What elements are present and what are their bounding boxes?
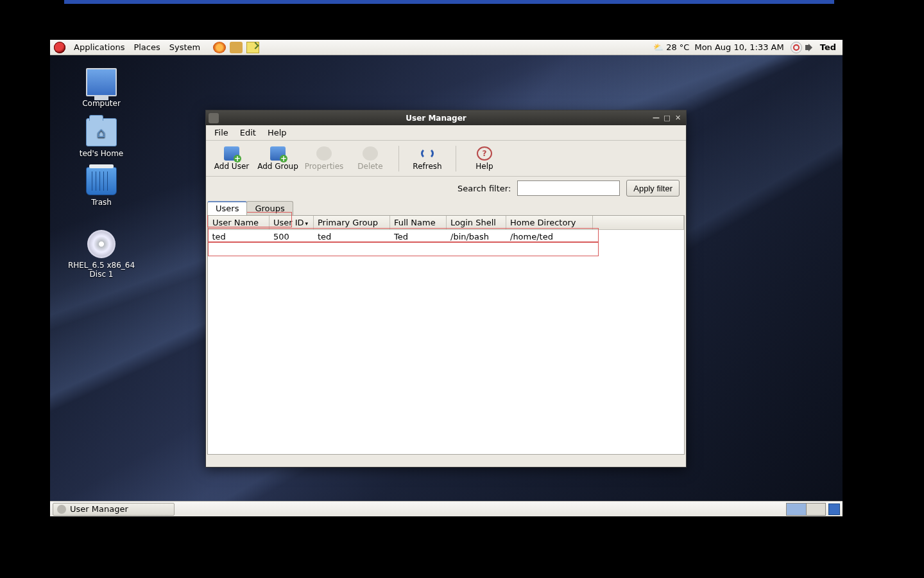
toolbar-label: Properties — [305, 162, 344, 171]
toolbar-separator — [456, 146, 456, 171]
table-header-row: User Name User ID▾ Primary Group Full Na… — [209, 216, 684, 230]
tabs: Users Groups — [206, 201, 686, 215]
top-panel: Applications Places System ⛅ 28 °C Mon A… — [50, 40, 843, 55]
desktop-icon-disc[interactable]: RHEL_6.5 x86_64 Disc 1 — [63, 230, 140, 279]
desktop-icon-label: ted's Home — [63, 149, 140, 158]
cell-home-directory: /home/ted — [506, 230, 593, 244]
menu-file[interactable]: File — [209, 127, 234, 139]
task-label: User Manager — [70, 504, 128, 514]
weather-icon: ⛅ — [653, 42, 663, 52]
desktop-icon-label: Computer — [63, 99, 140, 108]
desktop-icon-trash[interactable]: Trash — [63, 167, 140, 207]
workspace-2[interactable] — [806, 504, 825, 515]
titlebar[interactable]: User Manager — □ ✕ — [206, 110, 686, 125]
toolbar-label: Help — [475, 162, 493, 171]
window-title: User Manager — [221, 114, 651, 123]
toolbar-label: Delete — [357, 162, 382, 171]
filter-row: Search filter: Apply filter — [206, 177, 686, 200]
search-filter-input[interactable] — [517, 180, 620, 196]
monitor-icon — [86, 68, 117, 96]
col-spacer — [593, 216, 684, 230]
add-group-icon — [270, 146, 286, 161]
file-browser-icon[interactable] — [230, 42, 243, 53]
properties-icon — [316, 146, 332, 161]
toolbar-separator — [398, 146, 399, 171]
cell-spacer — [593, 230, 684, 244]
show-desktop-icon[interactable] — [828, 504, 840, 515]
add-user-icon — [224, 146, 239, 161]
users-table: User Name User ID▾ Primary Group Full Na… — [208, 216, 684, 243]
desktop-icon-computer[interactable]: Computer — [63, 68, 140, 108]
menu-edit[interactable]: Edit — [234, 127, 262, 139]
menu-applications[interactable]: Applications — [69, 42, 129, 52]
desktop-icon-home[interactable]: ted's Home — [63, 118, 140, 158]
weather-temp: 28 °C — [666, 42, 689, 52]
toolbar-label: Add User — [214, 162, 249, 171]
cell-user-name: ted — [209, 230, 270, 244]
weather-applet[interactable]: ⛅ 28 °C — [653, 42, 689, 52]
close-button[interactable]: ✕ — [672, 113, 683, 123]
menu-help[interactable]: Help — [262, 127, 293, 139]
sort-indicator-icon: ▾ — [305, 220, 309, 227]
workspace-switcher[interactable] — [786, 503, 826, 516]
user-menu[interactable]: Ted — [820, 42, 836, 52]
toolbar-label: Add Group — [257, 162, 298, 171]
task-app-icon — [57, 505, 66, 514]
menubar: File Edit Help — [206, 125, 686, 141]
disc-icon — [87, 230, 116, 258]
col-full-name[interactable]: Full Name — [390, 216, 447, 230]
home-folder-icon — [86, 118, 117, 146]
users-table-container: User Name User ID▾ Primary Group Full Na… — [207, 215, 685, 455]
cell-full-name: Ted — [390, 230, 447, 244]
window-app-icon — [209, 113, 219, 123]
delete-button: Delete — [348, 143, 392, 175]
bottom-panel: User Manager — [50, 501, 843, 516]
refresh-icon — [420, 146, 435, 161]
notes-icon[interactable] — [246, 42, 259, 53]
desktop: Applications Places System ⛅ 28 °C Mon A… — [50, 40, 843, 516]
cell-primary-group: ted — [314, 230, 390, 244]
systray — [791, 42, 815, 53]
refresh-button[interactable]: Refresh — [406, 143, 449, 175]
toolbar-label: Refresh — [413, 162, 441, 171]
cell-login-shell: /bin/bash — [447, 230, 506, 244]
trash-icon — [86, 167, 117, 195]
table-row[interactable]: ted 500 ted Ted /bin/bash /home/ted — [209, 230, 684, 244]
col-login-shell[interactable]: Login Shell — [447, 216, 506, 230]
add-group-button[interactable]: Add Group — [256, 143, 300, 175]
toolbar: Add User Add Group Properties Delete Ref… — [206, 141, 686, 177]
desktop-icon-label: RHEL_6.5 x86_64 Disc 1 — [63, 261, 140, 279]
help-icon — [477, 146, 492, 161]
volume-icon[interactable] — [805, 42, 815, 53]
search-filter-label: Search filter: — [458, 184, 511, 193]
add-user-button[interactable]: Add User — [210, 143, 253, 175]
menu-system[interactable]: System — [165, 42, 205, 52]
maximize-button[interactable]: □ — [662, 113, 672, 123]
redhat-icon[interactable] — [54, 42, 65, 53]
menu-places[interactable]: Places — [129, 42, 164, 52]
desktop-icon-label: Trash — [63, 198, 140, 207]
workspace-1[interactable] — [787, 504, 806, 515]
properties-button: Properties — [302, 143, 346, 175]
col-primary-group[interactable]: Primary Group — [314, 216, 390, 230]
col-user-name[interactable]: User Name — [209, 216, 270, 230]
col-user-id[interactable]: User ID▾ — [270, 216, 314, 230]
taskbar-user-manager[interactable]: User Manager — [53, 503, 175, 516]
cell-user-id: 500 — [270, 230, 314, 244]
delete-icon — [363, 146, 378, 161]
outer-blue-bar — [64, 0, 834, 4]
clock[interactable]: Mon Aug 10, 1:33 AM — [694, 42, 783, 52]
firefox-icon[interactable] — [213, 42, 226, 53]
apply-filter-button[interactable]: Apply filter — [626, 180, 680, 197]
minimize-button[interactable]: — — [651, 113, 662, 123]
tab-groups[interactable]: Groups — [246, 201, 293, 215]
col-home-directory[interactable]: Home Directory — [506, 216, 593, 230]
power-manager-icon[interactable] — [791, 42, 802, 53]
tab-users[interactable]: Users — [207, 201, 247, 215]
user-manager-window: User Manager — □ ✕ File Edit Help Add Us… — [205, 110, 687, 468]
help-button[interactable]: Help — [463, 143, 506, 175]
